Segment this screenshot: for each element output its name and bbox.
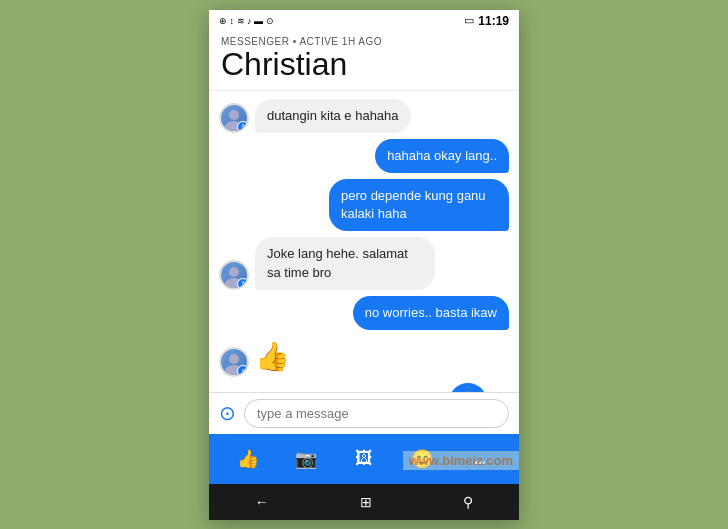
avatar: f bbox=[219, 103, 249, 133]
gallery-button[interactable]: 🖼 bbox=[348, 443, 380, 475]
camera-input-icon: ⊙ bbox=[219, 401, 236, 425]
fb-badge: f bbox=[237, 121, 249, 133]
message-row: no worries.. basta ikaw bbox=[219, 296, 509, 330]
emoji-picker-icon: 😊 bbox=[411, 448, 433, 470]
active-status: ACTIVE 1H AGO bbox=[299, 36, 382, 47]
like-icon: 👍 bbox=[237, 448, 259, 470]
battery-icon: ▭ bbox=[464, 14, 474, 27]
message-row: f Joke lang hehe. salamat sa time bro bbox=[219, 237, 509, 289]
contact-name: Christian bbox=[221, 47, 507, 82]
input-area: ⊙ bbox=[209, 392, 519, 434]
thumbs-up-icon: 👍 bbox=[255, 340, 290, 373]
message-row: pero depende kung ganu kalaki haha bbox=[219, 179, 509, 231]
more-icon: ... bbox=[474, 451, 486, 467]
back-icon: ← bbox=[255, 494, 269, 510]
message-bubble: pero depende kung ganu kalaki haha bbox=[329, 179, 509, 231]
message-row: f 👍 bbox=[219, 336, 509, 377]
nav-bar: ← ⊞ ⚲ bbox=[209, 484, 519, 520]
header: MESSENGER • ACTIVE 1H AGO Christian bbox=[209, 32, 519, 91]
emoji-message: 😁 bbox=[449, 383, 487, 392]
message-bubble: Joke lang hehe. salamat sa time bro bbox=[255, 237, 435, 289]
svg-point-0 bbox=[229, 110, 239, 120]
emoji-button[interactable]: 😊 bbox=[406, 443, 438, 475]
chat-area[interactable]: f dutangin kita e hahaha hahaha okay lan… bbox=[209, 91, 519, 392]
message-row: f dutangin kita e hahaha bbox=[219, 99, 509, 133]
status-bar: ⊕ ↕ ≋ ♪ ▬ ⊙ ▭ 11:19 bbox=[209, 10, 519, 32]
message-input[interactable] bbox=[244, 399, 509, 428]
fb-badge: f bbox=[237, 365, 249, 377]
svg-point-2 bbox=[229, 267, 239, 277]
camera-button[interactable]: 📷 bbox=[290, 443, 322, 475]
more-button[interactable]: ... bbox=[464, 443, 496, 475]
search-icon: ⚲ bbox=[463, 494, 473, 510]
back-button[interactable]: ← bbox=[255, 494, 269, 510]
signal-icons: ⊕ ↕ ≋ ♪ ▬ ⊙ bbox=[219, 16, 274, 26]
fb-badge: f bbox=[237, 278, 249, 290]
message-row: 😁 bbox=[219, 383, 509, 392]
message-bubble: dutangin kita e hahaha bbox=[255, 99, 411, 133]
avatar: f bbox=[219, 347, 249, 377]
bottom-toolbar: 👍 📷 🖼 😊 ... bbox=[209, 434, 519, 484]
thumb-message: 👍 bbox=[255, 336, 290, 377]
message-bubble: hahaha okay lang.. bbox=[375, 139, 509, 173]
header-subtitle: MESSENGER • ACTIVE 1H AGO bbox=[221, 36, 507, 47]
svg-point-4 bbox=[229, 354, 239, 364]
clock: 11:19 bbox=[478, 14, 509, 28]
app-name: MESSENGER bbox=[221, 36, 289, 47]
avatar: f bbox=[219, 260, 249, 290]
message-bubble: no worries.. basta ikaw bbox=[353, 296, 509, 330]
camera-icon: 📷 bbox=[295, 448, 317, 470]
gallery-icon: 🖼 bbox=[355, 448, 373, 469]
message-row: hahaha okay lang.. bbox=[219, 139, 509, 173]
status-icons: ⊕ ↕ ≋ ♪ ▬ ⊙ bbox=[219, 16, 274, 26]
phone-container: ⊕ ↕ ≋ ♪ ▬ ⊙ ▭ 11:19 MESSENGER • ACTIVE 1… bbox=[209, 10, 519, 520]
home-button[interactable]: ⊞ bbox=[360, 494, 372, 510]
home-icon: ⊞ bbox=[360, 494, 372, 510]
like-button[interactable]: 👍 bbox=[232, 443, 264, 475]
search-button[interactable]: ⚲ bbox=[463, 494, 473, 510]
